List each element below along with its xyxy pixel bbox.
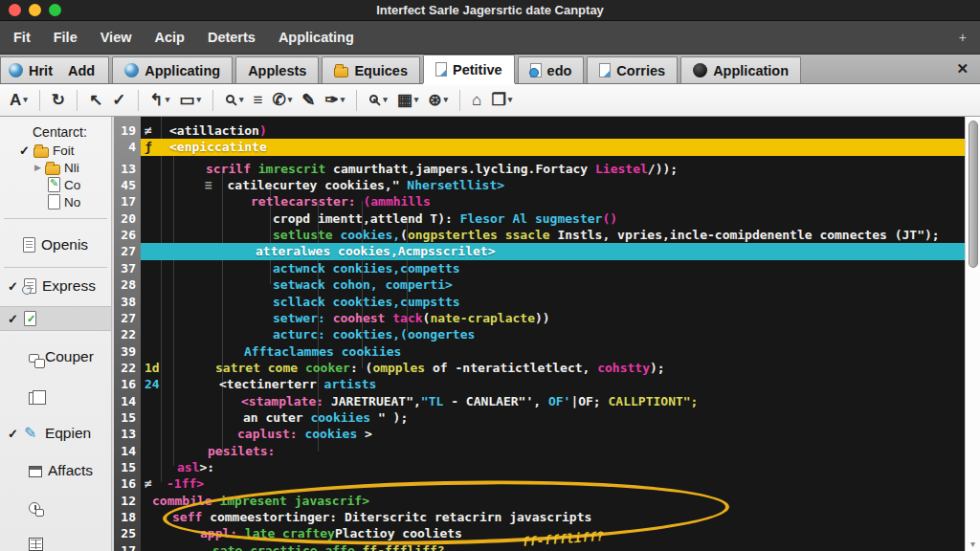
- line-number[interactable]: 18: [114, 509, 141, 525]
- line-number[interactable]: 19: [114, 122, 141, 139]
- line-number[interactable]: 13: [114, 161, 141, 177]
- search-plus-tool-icon[interactable]: ▾: [368, 94, 388, 106]
- line-number[interactable]: 45: [114, 177, 141, 193]
- code-line[interactable]: an cuter cookiies " );: [141, 409, 965, 427]
- wheel-tool-icon[interactable]: ⊛▾: [428, 92, 448, 108]
- tab-add[interactable]: Add: [68, 63, 95, 78]
- editor-scrollbar[interactable]: ▾: [965, 117, 980, 551]
- line-number[interactable]: 28: [114, 276, 141, 293]
- line-number[interactable]: 15: [114, 409, 141, 426]
- close-window-button[interactable]: [9, 4, 21, 16]
- code-line[interactable]: cropd imentt,attlend T): Flesor Al sugme…: [141, 210, 965, 228]
- scrollbar-thumb[interactable]: [969, 121, 978, 268]
- code-line[interactable]: pesilets:: [141, 443, 965, 460]
- select-tool-icon[interactable]: ↖: [89, 92, 102, 108]
- line-number[interactable]: 15: [114, 459, 141, 475]
- code-line[interactable]: actwnck conkiies,competts: [141, 260, 965, 277]
- line-number[interactable]: 22: [114, 360, 141, 376]
- line-number[interactable]: 13: [114, 426, 141, 442]
- sidebar-item-openis[interactable]: Openis: [0, 232, 111, 257]
- maximize-window-button[interactable]: [49, 4, 61, 16]
- close-panel-button[interactable]: ✕: [956, 60, 969, 77]
- tree-item-no[interactable]: No: [0, 193, 111, 210]
- minimize-window-button[interactable]: [29, 4, 41, 16]
- menu-item-deterts[interactable]: Deterts: [208, 30, 256, 45]
- code-line[interactable]: <stamplate: JARETRUEAT","TL - CANLAER"',…: [141, 393, 965, 410]
- menu-item-file[interactable]: File: [54, 30, 78, 45]
- expand-arrow-icon[interactable]: ▶: [34, 163, 41, 172]
- sidebar-item-express[interactable]: ✓Express: [0, 274, 111, 298]
- code-line[interactable]: scllack cookties,cumpstts: [141, 294, 965, 311]
- code-area[interactable]: ff-fffliff? ≠<atillaction)ƒ<enpiccatinte…: [141, 117, 965, 551]
- line-number[interactable]: 39: [114, 343, 141, 360]
- shape-tool-icon[interactable]: ▭▾: [179, 92, 201, 108]
- menu-item-fit[interactable]: Fit: [13, 30, 31, 45]
- sidebar-item-affacts[interactable]: Affacts: [0, 458, 111, 483]
- zoom-tool-icon[interactable]: ▾: [225, 94, 244, 106]
- add-menu-icon[interactable]: +: [959, 30, 967, 45]
- font-tool-icon[interactable]: A▾: [10, 92, 28, 108]
- home-tool-icon[interactable]: ⌂: [472, 92, 481, 108]
- code-line[interactable]: ≠<atillaction): [141, 122, 965, 140]
- tree-item-foit[interactable]: ✓Foit: [0, 142, 111, 159]
- hook-tool-icon[interactable]: ✆▾: [272, 92, 292, 108]
- line-number[interactable]: 16: [114, 475, 141, 492]
- pencil-tool-icon[interactable]: ✎: [301, 92, 315, 108]
- menu-item-applicating[interactable]: Applicating: [278, 30, 354, 45]
- scrollbar-down-arrow[interactable]: ▾: [966, 539, 980, 549]
- menu-item-acip[interactable]: Acip: [154, 30, 184, 45]
- menu-item-view[interactable]: View: [100, 30, 132, 45]
- line-number[interactable]: 22: [114, 326, 141, 342]
- tab-application[interactable]: Application: [680, 56, 801, 83]
- line-number[interactable]: 12: [114, 493, 141, 509]
- sidebar-item-couper[interactable]: Couper: [0, 344, 111, 369]
- tab-edo[interactable]: edo: [518, 56, 585, 83]
- tab-applests[interactable]: Applests: [235, 56, 319, 83]
- code-line[interactable]: scrilf imrescrit camurthatt,jampers.lycl…: [141, 161, 965, 178]
- line-number[interactable]: 38: [114, 294, 141, 310]
- connector-tool-icon[interactable]: ↰▾: [150, 92, 170, 108]
- tree-item-nli[interactable]: ▶Nli: [0, 159, 111, 176]
- rotate-tool-icon[interactable]: ↻: [52, 92, 65, 108]
- tab-applicating[interactable]: Applicating: [112, 56, 233, 83]
- code-line[interactable]: Afftaclammes cookiies: [141, 343, 965, 361]
- line-number[interactable]: 17: [114, 193, 141, 209]
- line-number[interactable]: 16: [114, 376, 141, 392]
- code-line[interactable]: retlecarsster: (ammhills: [141, 193, 965, 210]
- code-line[interactable]: caplust: cookies >: [141, 426, 965, 443]
- windows-tool-icon[interactable]: ❐▾: [491, 92, 512, 108]
- code-line[interactable]: asl>:: [141, 459, 965, 476]
- line-number[interactable]: 17: [114, 542, 141, 551]
- code-line[interactable]: ƒ<enpiccatinte: [141, 139, 965, 156]
- code-line[interactable]: setwer: coohest tack(nate-craplacte)): [141, 310, 965, 327]
- line-number[interactable]: 4: [114, 139, 141, 155]
- line-number[interactable]: 14: [114, 443, 141, 459]
- tree-item-co[interactable]: Co: [0, 176, 111, 193]
- sidebar-item-icon[interactable]: ✓: [0, 306, 111, 331]
- align-tool-icon[interactable]: ≡: [253, 92, 262, 108]
- tab-equices[interactable]: Equices: [322, 56, 420, 83]
- sidebar-item-icon[interactable]: [0, 385, 111, 409]
- tab-hrit[interactable]: Hrit: [9, 63, 53, 78]
- tab-petitive[interactable]: Petitive: [423, 55, 515, 83]
- code-line[interactable]: 24<tectinerterr artists: [141, 376, 965, 393]
- code-line[interactable]: setwack cohon, comperti>: [141, 276, 965, 294]
- sidebar-item-eqpien[interactable]: ✓✎Eqpien: [0, 421, 111, 446]
- line-number[interactable]: 20: [114, 210, 141, 227]
- check-tool-icon[interactable]: ✓: [112, 92, 125, 108]
- line-number[interactable]: 14: [114, 393, 141, 409]
- code-line[interactable]: acturc: cookties,(oongertes: [141, 326, 965, 343]
- grid-tool-icon[interactable]: ▦▾: [397, 92, 419, 108]
- code-line[interactable]: setluste cookies,(ongpstertles ssacle In…: [141, 227, 965, 244]
- code-line[interactable]: 1dsatret come cooker: (ompples of -ntera…: [141, 360, 965, 377]
- sidebar-item-icon[interactable]: [0, 531, 111, 551]
- sidebar-item-icon[interactable]: [0, 495, 111, 519]
- line-number[interactable]: 25: [114, 525, 141, 541]
- pen-tool-icon[interactable]: ✑▾: [324, 92, 345, 108]
- line-number[interactable]: 37: [114, 260, 141, 276]
- line-number[interactable]: 26: [114, 227, 141, 243]
- line-number[interactable]: 27: [114, 243, 141, 259]
- tab-corries[interactable]: Corries: [587, 56, 678, 83]
- code-line[interactable]: ≡ catilecurtey cookiies," Nhersetllist>: [141, 177, 965, 194]
- code-line[interactable]: atteralwes cookies,Acmpsscrilet>: [141, 243, 965, 260]
